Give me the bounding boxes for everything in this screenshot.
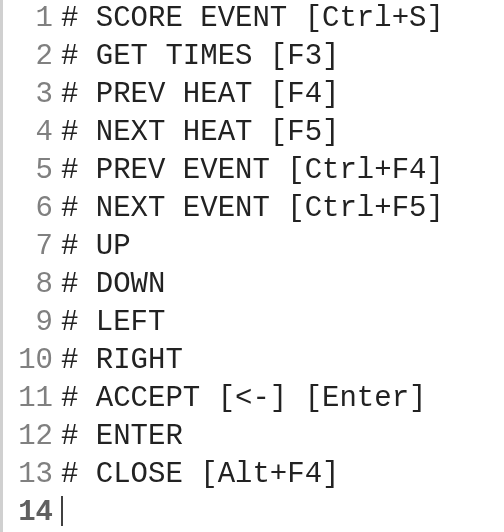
code-area[interactable]: # SCORE EVENT [Ctrl+S]# GET TIMES [F3]# … — [57, 0, 504, 532]
code-line[interactable]: # LEFT — [61, 304, 504, 342]
code-line[interactable]: # PREV EVENT [Ctrl+F4] — [61, 152, 504, 190]
code-line[interactable]: # CLOSE [Alt+F4] — [61, 456, 504, 494]
line-number: 14 — [3, 494, 57, 532]
code-line[interactable]: # PREV HEAT [F4] — [61, 76, 504, 114]
line-number: 11 — [3, 380, 57, 418]
code-line[interactable]: # ENTER — [61, 418, 504, 456]
line-number: 1 — [3, 0, 57, 38]
line-number: 9 — [3, 304, 57, 342]
line-number: 10 — [3, 342, 57, 380]
code-line[interactable]: # ACCEPT [<-] [Enter] — [61, 380, 504, 418]
gutter: 1234567891011121314 — [0, 0, 57, 532]
line-number: 6 — [3, 190, 57, 228]
line-number: 4 — [3, 114, 57, 152]
code-line[interactable]: # NEXT EVENT [Ctrl+F5] — [61, 190, 504, 228]
line-number: 12 — [3, 418, 57, 456]
line-number: 2 — [3, 38, 57, 76]
code-line[interactable]: # SCORE EVENT [Ctrl+S] — [61, 0, 504, 38]
code-line[interactable]: # RIGHT — [61, 342, 504, 380]
text-cursor — [61, 496, 63, 526]
code-line[interactable]: # UP — [61, 228, 504, 266]
line-number: 7 — [3, 228, 57, 266]
code-line[interactable]: # DOWN — [61, 266, 504, 304]
line-number: 8 — [3, 266, 57, 304]
line-number: 5 — [3, 152, 57, 190]
code-line[interactable]: # GET TIMES [F3] — [61, 38, 504, 76]
code-line[interactable]: # NEXT HEAT [F5] — [61, 114, 504, 152]
code-line[interactable] — [61, 494, 504, 532]
code-editor[interactable]: 1234567891011121314 # SCORE EVENT [Ctrl+… — [0, 0, 504, 532]
line-number: 13 — [3, 456, 57, 494]
line-number: 3 — [3, 76, 57, 114]
